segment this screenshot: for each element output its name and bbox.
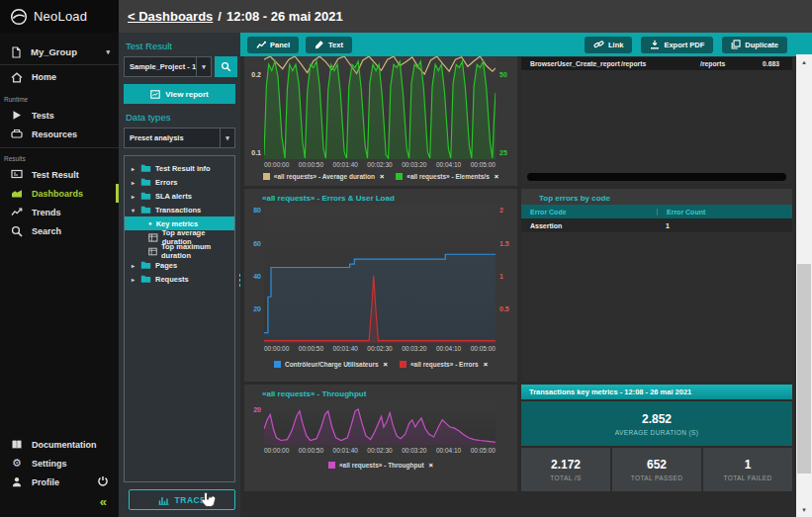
x-axis: 00:00:0000:00:5000:01:4000:02:3000:03:20… bbox=[264, 345, 496, 352]
x-tick-label: 00:02:30 bbox=[367, 447, 392, 454]
tree-item-sla-alerts[interactable]: ▸ SLA alerts bbox=[125, 189, 234, 203]
add-panel-button[interactable]: Panel bbox=[247, 37, 299, 53]
link-button[interactable]: Link bbox=[585, 37, 632, 53]
logout-power-icon[interactable] bbox=[97, 475, 109, 488]
scrollbar-thumb[interactable] bbox=[797, 264, 811, 474]
play-icon bbox=[11, 110, 23, 121]
legend-remove-button[interactable]: × bbox=[495, 172, 498, 181]
key-metrics-panel[interactable]: Transactions key metrics - 12:08 - 26 ma… bbox=[521, 385, 792, 491]
sidebar-item-settings[interactable]: ⚙ Settings bbox=[0, 454, 119, 473]
collapsed-arrow-icon[interactable]: ▸ bbox=[130, 276, 136, 283]
dashboard-toolbar: Panel Text Link Export PDF Duplicate bbox=[240, 33, 812, 56]
neoload-logo-icon bbox=[10, 8, 28, 26]
x-tick-label: 00:00:50 bbox=[299, 447, 323, 454]
section-runtime: Runtime bbox=[0, 89, 119, 106]
link-icon bbox=[593, 40, 604, 49]
legend-item: «all requests» - Errors× bbox=[400, 360, 488, 369]
legend-remove-button[interactable]: × bbox=[429, 461, 433, 470]
sidebar-item-resources[interactable]: Resources bbox=[0, 125, 119, 143]
y-tick-label: 50 bbox=[499, 70, 507, 77]
collapsed-arrow-icon[interactable]: ▸ bbox=[130, 262, 136, 269]
chart-plot-area bbox=[264, 205, 496, 343]
chart-panel-average-duration[interactable]: 0.20.1 5025 00:00:0000:00:5000:01:4000:0… bbox=[244, 56, 517, 186]
project-select[interactable]: Sample_Project - 1 ▾ bbox=[124, 56, 212, 77]
data-types-tree: ▸ Test Result info ▸ Errors ▸ SLA alerts… bbox=[124, 155, 235, 482]
legend-remove-button[interactable]: × bbox=[484, 360, 488, 369]
sidebar-item-tests[interactable]: Tests bbox=[0, 106, 119, 125]
sidebar-item-profile[interactable]: Profile bbox=[0, 473, 119, 491]
legend-label: «all requests» - Average duration bbox=[274, 173, 375, 180]
tree-item-requests[interactable]: ▸ Requests bbox=[125, 272, 234, 286]
sidebar-item-trends[interactable]: Trends bbox=[0, 203, 119, 221]
legend-remove-button[interactable]: × bbox=[380, 172, 384, 181]
bar-chart-icon bbox=[158, 495, 169, 505]
collapsed-arrow-icon[interactable]: ▸ bbox=[130, 193, 136, 200]
x-tick-label: 00:04:10 bbox=[436, 345, 461, 352]
trace-button[interactable]: TRACE bbox=[129, 489, 235, 510]
legend-item: «all requests» - Average duration× bbox=[263, 172, 385, 181]
scroll-down-arrow[interactable]: ▼ bbox=[796, 502, 812, 517]
legend-color-swatch bbox=[274, 361, 281, 368]
project-search-button[interactable] bbox=[215, 56, 237, 77]
export-pdf-button[interactable]: Export PDF bbox=[641, 37, 713, 53]
request-value-cell: 0.683 bbox=[726, 60, 783, 67]
column-header-error-code[interactable]: Error Code bbox=[521, 209, 657, 215]
search-icon bbox=[11, 225, 23, 237]
tree-item-errors[interactable]: ▸ Errors bbox=[125, 175, 234, 189]
legend-item: Contrôleur/Charge Utilisateurs× bbox=[274, 360, 388, 369]
requests-table-panel[interactable]: BrowserUser_Create_report /reports /repo… bbox=[521, 56, 792, 184]
sidebar-item-test-result[interactable]: Test Result bbox=[0, 165, 119, 184]
table-row[interactable]: Assertion 1 bbox=[521, 218, 792, 232]
legend-label: «all requests» - Errors bbox=[410, 361, 479, 368]
y-tick-label: 1.5 bbox=[499, 239, 509, 246]
chart-panel-errors-user-load[interactable]: «all requests» - Errors & User Load 8060… bbox=[244, 189, 517, 382]
folder-icon bbox=[140, 274, 151, 284]
horizontal-scrollbar[interactable] bbox=[527, 173, 786, 181]
table-row[interactable]: BrowserUser_Create_report /reports /repo… bbox=[521, 57, 792, 70]
duplicate-button[interactable]: Duplicate bbox=[722, 37, 787, 53]
chart-legend: «all requests» - Average duration×«all r… bbox=[244, 168, 517, 181]
legend-remove-button[interactable]: × bbox=[384, 360, 388, 369]
column-header-error-count[interactable]: Error Count bbox=[657, 209, 792, 215]
y-axis-left: 20 bbox=[244, 400, 264, 445]
sidebar-item-documentation[interactable]: Documentation bbox=[0, 435, 119, 454]
collapsed-arrow-icon[interactable]: ▸ bbox=[130, 165, 136, 172]
y-axis-left: 0.20.1 bbox=[244, 56, 264, 159]
tree-item-top-maximum-duration[interactable]: Top maximum duration bbox=[125, 244, 234, 258]
link-button-label: Link bbox=[608, 41, 623, 49]
view-report-button[interactable]: View report bbox=[124, 84, 235, 104]
request-path-cell: /reports bbox=[621, 60, 700, 67]
collapsed-arrow-icon[interactable]: ▸ bbox=[130, 179, 136, 186]
x-tick-label: 00:00:50 bbox=[299, 345, 323, 352]
sidebar-collapse-row: « bbox=[0, 491, 119, 511]
sidebar-item-search[interactable]: Search bbox=[0, 221, 119, 240]
metric-average-duration: 2.852 AVERAGE DURATION (S) bbox=[521, 401, 792, 446]
sidebar-item-dashboards[interactable]: Dashboards bbox=[0, 184, 119, 203]
preset-analysis-select[interactable]: Preset analysis ▾ bbox=[124, 128, 235, 148]
tree-item-test-result-info[interactable]: ▸ Test Result info bbox=[125, 161, 234, 175]
y-tick-label: 0.2 bbox=[251, 70, 261, 77]
y-tick-label: 2 bbox=[499, 206, 503, 213]
x-tick-label: 00:00:00 bbox=[264, 447, 289, 454]
vertical-scrollbar[interactable]: ▲ ▼ bbox=[796, 54, 812, 517]
chart-title: «all requests» - Errors & User Load bbox=[244, 189, 517, 205]
y-tick-label: 1 bbox=[499, 273, 503, 280]
breadcrumb-dashboards[interactable]: < Dashboards bbox=[128, 9, 213, 24]
expanded-arrow-icon[interactable]: ▾ bbox=[130, 207, 136, 214]
top-errors-panel[interactable]: Top errors by code Error Code Error Coun… bbox=[521, 189, 792, 382]
chart-panel-throughput[interactable]: «all requests» - Throughput 20 00:00:000… bbox=[244, 385, 517, 491]
metric-cells: 2.172 TOTAL /S 652 TOTAL PASSED 1 TOTAL … bbox=[521, 448, 792, 491]
tree-item-pages[interactable]: ▸ Pages bbox=[125, 258, 234, 272]
add-text-button[interactable]: Text bbox=[306, 37, 352, 53]
sidebar-item-home[interactable]: Home bbox=[0, 65, 119, 89]
folder-icon bbox=[140, 163, 151, 173]
preset-select-value: Preset analysis bbox=[125, 133, 220, 142]
collapse-sidebar-button[interactable]: « bbox=[100, 494, 107, 509]
group-selector[interactable]: My_Group ▾ bbox=[0, 40, 119, 65]
duplicate-label: Duplicate bbox=[745, 41, 778, 49]
line-chart bbox=[264, 400, 496, 445]
legend-color-swatch bbox=[396, 173, 403, 180]
tree-item-transactions[interactable]: ▾ Transactions bbox=[125, 203, 234, 216]
scroll-up-arrow[interactable]: ▲ bbox=[796, 54, 812, 69]
request-path-cell: /reports bbox=[700, 60, 726, 67]
